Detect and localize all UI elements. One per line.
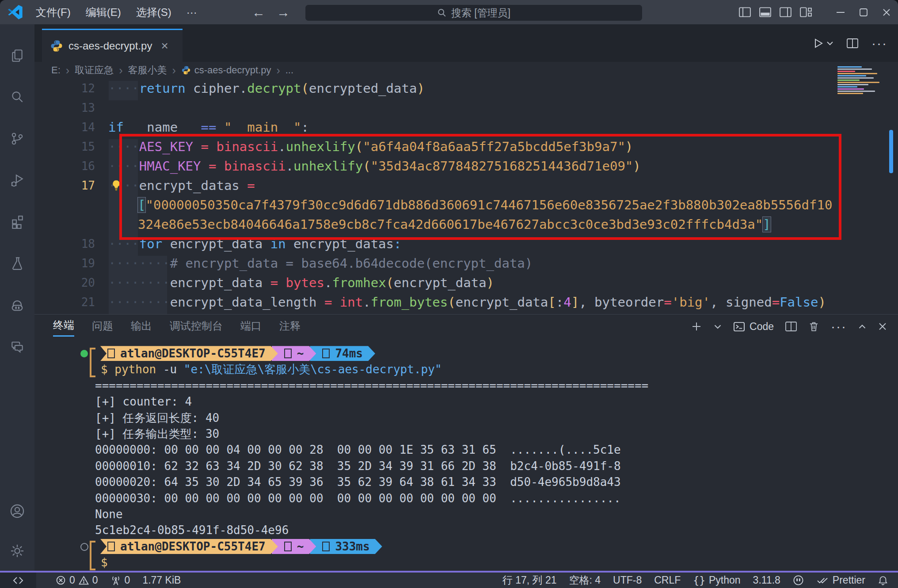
run-file-button[interactable] [812,38,824,49]
python-file-icon [181,65,191,75]
indentation-setting[interactable]: 空格: 4 [563,573,607,587]
maximize-button[interactable] [852,0,875,24]
close-panel-icon[interactable] [878,322,887,331]
toggle-secondary-sidebar-icon[interactable] [775,0,795,24]
notifications-bell-icon[interactable] [871,575,894,586]
breadcrumb[interactable]: E:›取证应急›客服小美›cs-aes-decrypt.py›... [34,62,898,79]
breadcrumb-segment[interactable]: cs-aes-decrypt.py [181,64,271,76]
remote-indicator[interactable] [0,573,36,588]
minimap-bar [837,80,860,81]
extensions-icon[interactable] [0,201,34,243]
terminal-output[interactable]: atlan@DESKTOP-C55T4E7~74ms$ python -u "e… [34,345,892,570]
panel-tab-调试控制台[interactable]: 调试控制台 [170,315,223,336]
panel-tab-终端[interactable]: 终端 [53,315,74,337]
powerline-prompt: atlan@DESKTOP-C55T4E7~74ms [100,346,375,361]
problems-indicator[interactable]: 0 0 [49,574,104,586]
bottom-panel: 终端问题输出调试控制台端口注释 Code [34,314,898,571]
breadcrumb-segment[interactable]: ... [285,64,293,76]
terminal-output-row: ========================================… [95,378,892,394]
code-line[interactable]: 17····encrypt_datas = [34,176,898,195]
minimap-bar [837,71,855,72]
command-pending-circle [80,543,88,551]
activity-bar [0,24,34,571]
ports-indicator[interactable]: 0 [104,574,137,586]
cursor-position[interactable]: 行 17, 列 21 [496,573,563,587]
back-arrow-icon[interactable]: ← [252,5,265,20]
terminal-output-row: [+] counter: 4 [95,394,892,410]
minimap-bar [837,84,868,85]
code-text: ····HMAC_KEY = binascii.unhexlify("35d34… [108,156,641,176]
menu-item-2[interactable]: 选择(S) [129,5,179,19]
terminal-profile-chevron-icon[interactable] [714,324,722,330]
breadcrumb-segment[interactable]: 客服小美 [128,64,167,77]
scrollbar-slider[interactable] [889,130,893,173]
editor-more-actions-icon[interactable]: ··· [871,36,887,51]
tab-close-icon[interactable]: × [161,39,168,53]
breadcrumb-segment[interactable]: E: [51,64,61,76]
minimap-bar [837,73,877,74]
panel-more-actions-icon[interactable]: ··· [831,319,847,334]
line-number: 21 [34,292,95,312]
menu-item-3[interactable]: ··· [179,6,205,19]
minimize-button[interactable] [829,0,852,24]
code-line[interactable]: 16····HMAC_KEY = binascii.unhexlify("35d… [34,156,898,176]
error-count: 0 [69,574,75,586]
code-line-wrapped[interactable]: ["00000050350ca7f4379f30cc9d6d671db886d3… [34,195,898,215]
code-line-wrapped[interactable]: 324e86e53ecb84046646a1758e9cb8c7fca42d66… [34,215,898,234]
menu-item-0[interactable]: 文件(F) [28,5,78,19]
python-interpreter-version[interactable]: 3.11.8 [747,574,787,586]
minimap-bar [837,88,864,90]
panel-toolbar: Code ··· [691,319,887,334]
code-line[interactable]: 13 [34,98,898,118]
account-icon[interactable] [0,491,34,531]
formatter-status[interactable]: Prettier [810,574,871,586]
prompt-duration-segment: 74ms [310,346,375,361]
panel-tab-注释[interactable]: 注释 [279,315,301,336]
split-editor-icon[interactable] [847,38,858,49]
encoding-setting[interactable]: UTF-8 [607,574,648,586]
minimap-bar [837,75,866,76]
maximize-panel-chevron-icon[interactable] [858,324,866,330]
run-dropdown-chevron-icon[interactable] [826,41,833,46]
toggle-panel-icon[interactable] [755,0,775,24]
missing-glyph-icon [284,542,292,551]
panel-tab-问题[interactable]: 问题 [92,315,113,336]
new-terminal-icon[interactable] [691,321,702,332]
search-sidebar-icon[interactable] [0,76,34,118]
copilot-robot-icon[interactable] [0,284,34,326]
code-line[interactable]: 15····AES_KEY = binascii.unhexlify("a6f4… [34,137,898,156]
tab-title: cs-aes-decrypt.py [68,40,152,52]
menu-item-1[interactable]: 编辑(E) [78,5,129,19]
powerline-prompt: atlan@DESKTOP-C55T4E7~333ms [100,539,382,554]
eol-setting[interactable]: CRLF [648,574,687,586]
panel-tab-输出[interactable]: 输出 [131,315,152,336]
extension-face-icon[interactable] [787,575,810,586]
close-button[interactable] [875,0,898,24]
explorer-icon[interactable] [0,35,34,76]
kill-terminal-trash-icon[interactable] [808,321,819,332]
testing-icon[interactable] [0,243,34,284]
run-debug-icon[interactable] [0,159,34,201]
forward-arrow-icon[interactable]: → [277,5,290,20]
customize-layout-icon[interactable] [795,0,816,24]
terminal-command-row: $ [95,554,892,570]
code-line[interactable]: 18····for encrypt_data in encrypt_datas: [34,234,898,254]
command-center-search[interactable]: 搜索 [管理员] [305,4,643,21]
breadcrumb-segment[interactable]: 取证应急 [75,64,114,77]
minimap[interactable] [836,65,886,98]
breadcrumb-chevron-icon: › [66,64,69,77]
source-control-icon[interactable] [0,118,34,159]
split-terminal-icon[interactable] [785,321,797,332]
code-line[interactable]: 14if __name__ == "__main__": [34,118,898,137]
file-size[interactable]: 1.77 KiB [136,574,187,586]
panel-tab-端口[interactable]: 端口 [240,315,262,336]
tab-cs-aes-decrypt[interactable]: cs-aes-decrypt.py × [42,29,183,62]
terminal-output-row: [+] 任务返回长度: 40 [95,410,892,426]
language-mode[interactable]: {} Python [687,574,746,586]
braces-icon: {} [693,575,705,586]
chat-icon[interactable] [0,326,34,367]
terminal-shell-item[interactable]: Code [733,321,774,333]
settings-gear-icon[interactable] [0,531,34,571]
code-line[interactable]: 12····return cipher.decrypt(encrypted_da… [34,79,898,98]
toggle-primary-sidebar-icon[interactable] [734,0,755,24]
